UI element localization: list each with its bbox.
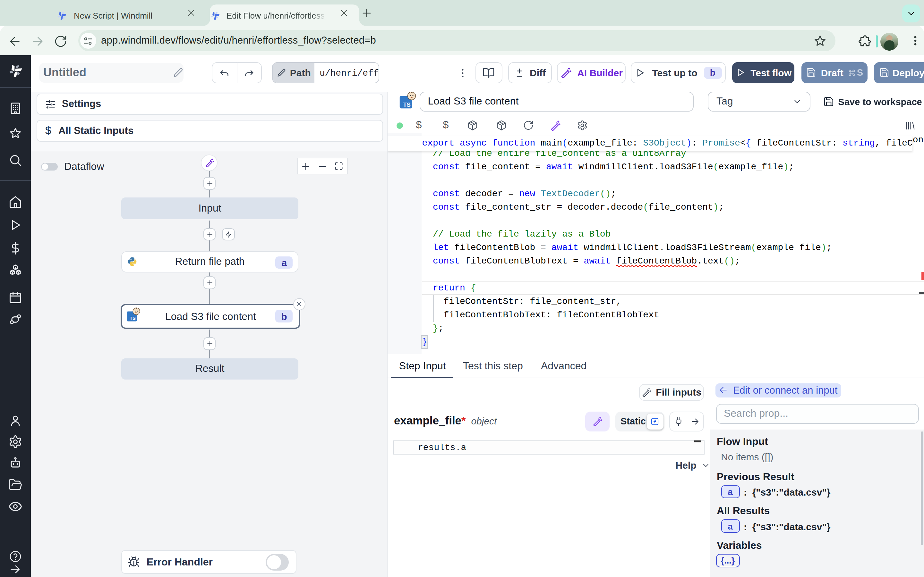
svg-text:TS: TS	[403, 101, 411, 108]
svg-text:TS: TS	[129, 316, 136, 321]
